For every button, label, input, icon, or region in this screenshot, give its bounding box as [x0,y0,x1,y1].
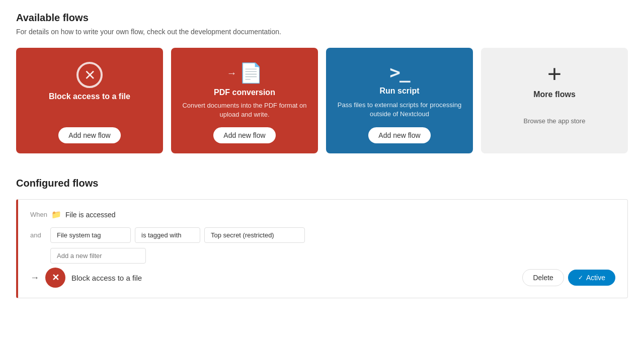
script-title: Run script [379,87,419,96]
pdf-icon: → 📄 [227,62,263,84]
available-flows-subtitle: For details on how to write your own flo… [16,28,628,36]
available-flows-title: Available flows [16,12,628,24]
configured-flow-item: When 📁 File is accessed and → ✕ Bl [16,199,628,298]
pdf-title: PDF conversion [214,88,275,97]
filter-value-input[interactable] [204,227,305,243]
more-flows-title: More flows [533,90,576,99]
more-flows-desc: Browse the app store [524,107,586,135]
active-button[interactable]: ✓ Active [568,270,615,286]
script-desc: Pass files to external scripts for proce… [336,100,463,119]
folder-icon: 📁 [51,210,61,219]
add-flow-script-button[interactable]: Add new flow [368,127,430,143]
add-filter-input[interactable] [50,248,146,264]
block-icon: ✕ [76,62,103,88]
flow-card-block-access: ✕ Block access to a file Add new flow [16,48,163,153]
add-flow-block-access-button[interactable]: Add new flow [58,127,120,143]
add-filter-row [30,248,615,264]
flows-grid: ✕ Block access to a file Add new flow → … [16,48,628,153]
plus-icon: + [547,62,561,86]
configured-flows-section: Configured flows When 📁 File is accessed… [16,178,628,298]
flow-action-left: → ✕ Block access to a file [30,268,142,288]
add-flow-pdf-button[interactable]: Add new flow [213,127,275,143]
block-access-title: Block access to a file [49,92,130,101]
flow-card-script: >_ Run script Pass files to external scr… [326,48,473,153]
configured-flows-title: Configured flows [16,178,628,189]
flow-buttons: Delete ✓ Active [522,269,615,286]
checkmark-icon: ✓ [578,274,583,281]
filter-condition-input[interactable] [135,227,200,243]
when-label: When [30,211,47,218]
flow-when-row: When 📁 File is accessed [30,210,615,219]
terminal-icon: >_ [389,62,409,82]
available-flows-section: Available flows For details on how to wr… [16,12,628,153]
delete-button[interactable]: Delete [522,269,564,286]
action-text: Block access to a file [71,274,142,282]
filter-type-input[interactable] [50,227,131,243]
trigger-text: File is accessed [65,211,116,219]
flow-action-row: → ✕ Block access to a file Delete ✓ Acti… [30,268,615,288]
flow-filter-row: and [30,227,615,243]
flow-card-pdf: → 📄 PDF conversion Convert documents int… [171,48,318,153]
flow-card-more: + More flows Browse the app store [481,48,628,153]
pdf-desc: Convert documents into the PDF format on… [181,101,308,119]
arrow-icon: → [30,273,39,283]
page-container: Available flows For details on how to wr… [0,0,644,310]
active-label: Active [586,274,605,282]
and-label: and [30,231,46,239]
action-block-icon: ✕ [45,268,65,288]
